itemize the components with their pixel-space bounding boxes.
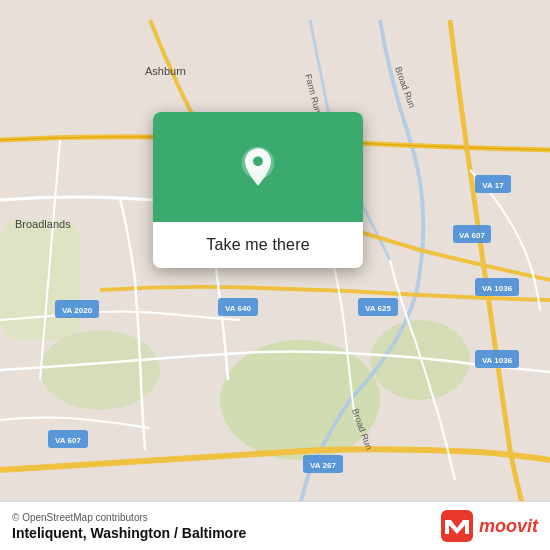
farm-run-label: Farm Run	[303, 73, 323, 114]
moovit-icon	[441, 510, 473, 542]
copyright-text: © OpenStreetMap contributors	[12, 512, 246, 523]
map-svg: Ashburn Broadlands Broad Run Farm Run VA…	[0, 0, 550, 550]
broadlands-label: Broadlands	[15, 218, 71, 230]
va607-top-badge: VA 607	[459, 231, 485, 240]
va640-badge: VA 640	[225, 304, 251, 313]
va1036-bot-badge: VA 1036	[482, 356, 513, 365]
location-title: Inteliquent, Washington / Baltimore	[12, 525, 246, 541]
va1036-top-badge: VA 1036	[482, 284, 513, 293]
take-me-there-button[interactable]: Take me there	[153, 222, 363, 268]
va625-badge: VA 625	[365, 304, 391, 313]
va17-badge: VA 17	[482, 181, 504, 190]
va267-badge: VA 267	[310, 461, 336, 470]
svg-point-0	[220, 340, 380, 460]
svg-point-15	[253, 156, 263, 166]
popup-green-area	[153, 112, 363, 222]
bottom-bar: © OpenStreetMap contributors Inteliquent…	[0, 501, 550, 550]
popup-card: Take me there	[153, 112, 363, 268]
moovit-logo: moovit	[441, 510, 538, 542]
ashburn-label: Ashburn	[145, 65, 186, 77]
va2020-badge: VA 2020	[62, 306, 93, 315]
location-pin-icon	[236, 145, 280, 189]
va607-bot-badge: VA 607	[55, 436, 81, 445]
bottom-left: © OpenStreetMap contributors Inteliquent…	[12, 512, 246, 541]
map-container: Ashburn Broadlands Broad Run Farm Run VA…	[0, 0, 550, 550]
moovit-text: moovit	[479, 516, 538, 537]
svg-rect-2	[0, 220, 80, 340]
